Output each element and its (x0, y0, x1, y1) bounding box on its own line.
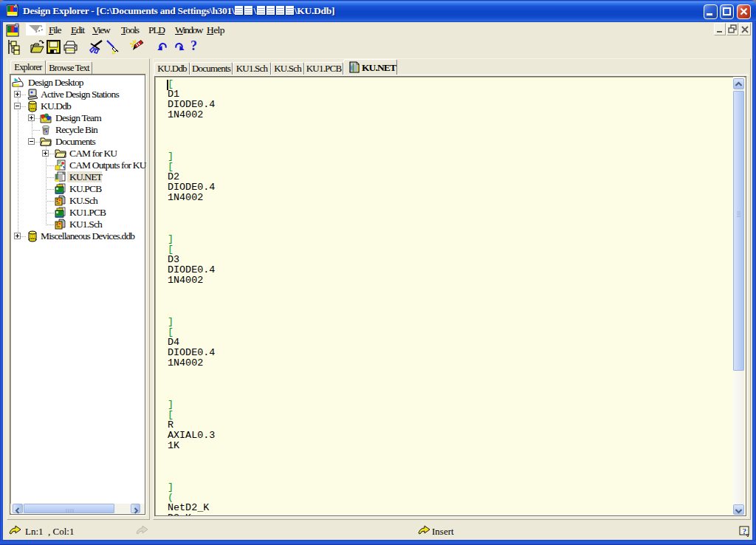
svg-text:?: ? (743, 527, 747, 535)
